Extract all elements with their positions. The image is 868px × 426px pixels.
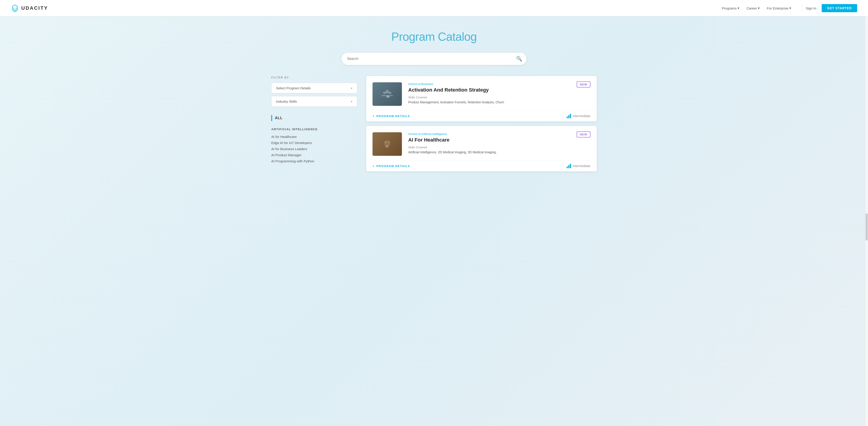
thumbnail-business-svg: ⛰ xyxy=(380,88,394,100)
card-footer-activation: + PROGRAM DETAILS Intermediate xyxy=(366,110,597,121)
svg-point-7 xyxy=(385,141,386,143)
svg-point-8 xyxy=(388,141,390,143)
programs-chevron-icon: ▾ xyxy=(738,6,739,10)
select-program-dropdown[interactable]: Select Program Details ▾ xyxy=(271,83,357,93)
level-indicator-ai-healthcare: Intermediate xyxy=(567,164,590,168)
card-thumbnail-activation: ⛰ xyxy=(373,82,402,106)
content-layout: FILTER BY Select Program Details ▾ Indus… xyxy=(271,76,597,172)
sidebar-item-edge-ai[interactable]: Edge AI for IoT Developers xyxy=(271,140,357,146)
enterprise-chevron-icon: ▾ xyxy=(789,6,791,10)
scrollbar-area[interactable] xyxy=(865,0,868,426)
sidebar-category-ai: ARTIFICIAL INTELLIGENCE AI for Healthcar… xyxy=(271,127,357,164)
card-info-activation: School of Business Activation And Retent… xyxy=(408,82,570,105)
nav-all[interactable]: ALL xyxy=(271,113,357,123)
search-input[interactable] xyxy=(341,53,527,65)
logo-text: UDACITY xyxy=(21,5,48,11)
card-school-ai-healthcare: School of Artificial Intelligence xyxy=(408,132,570,136)
card-footer-ai-healthcare: + PROGRAM DETAILS Intermediate xyxy=(366,160,597,172)
program-card-ai-healthcare: ⛰ School of Artificial Intelligence AI F… xyxy=(366,126,597,172)
nav-all-bar xyxy=(271,115,272,121)
badge-new-ai-healthcare: NEW xyxy=(577,131,590,138)
plus-icon-activation: + xyxy=(373,114,375,118)
card-skills-label-activation: Skills Covered xyxy=(408,96,570,99)
get-started-button[interactable]: GET STARTED xyxy=(822,4,857,12)
career-nav-link[interactable]: Career ▾ xyxy=(747,6,760,10)
program-card-activation: ⛰ School of Business Activation And Rete… xyxy=(366,76,597,121)
nav-right: Sign In GET STARTED xyxy=(806,4,857,12)
search-button[interactable]: 🔍 xyxy=(516,56,522,62)
thumbnail-business-img: ⛰ xyxy=(373,82,402,106)
nav-links: Programs ▾ Career ▾ For Enterprise ▾ xyxy=(722,6,791,10)
card-thumbnail-ai-healthcare: ⛰ xyxy=(373,132,402,156)
card-badge-activation: NEW xyxy=(577,82,590,86)
select-program-chevron-icon: ▾ xyxy=(351,86,352,90)
thumbnail-ai-svg: ⛰ xyxy=(380,139,394,150)
svg-text:⛰: ⛰ xyxy=(386,94,390,98)
filter-label: FILTER BY xyxy=(271,76,357,79)
enterprise-nav-link[interactable]: For Enterprise ▾ xyxy=(767,6,791,10)
sidebar-item-ai-python[interactable]: AI Programming with Python xyxy=(271,158,357,164)
card-top-ai-healthcare: ⛰ School of Artificial Intelligence AI F… xyxy=(366,126,597,160)
bar-chart-icon-activation xyxy=(567,114,571,118)
card-title-ai-healthcare: AI For Healthcare xyxy=(408,137,570,143)
page-title: Program Catalog xyxy=(11,30,857,43)
logo-area[interactable]: UDACITY xyxy=(11,4,48,12)
nav-divider xyxy=(802,4,802,12)
card-badge-ai-healthcare: NEW xyxy=(577,132,590,136)
card-top-activation: ⛰ School of Business Activation And Rete… xyxy=(366,76,597,110)
navbar: UDACITY Programs ▾ Career ▾ For Enterpri… xyxy=(0,0,868,16)
svg-point-3 xyxy=(383,92,386,94)
card-skills-label-ai-healthcare: Skills Covered xyxy=(408,146,570,149)
level-indicator-activation: Intermediate xyxy=(567,114,590,118)
sidebar-item-ai-business[interactable]: AI for Business Leaders xyxy=(271,146,357,152)
udacity-logo-icon xyxy=(11,4,19,12)
main-content: Program Catalog 🔍 FILTER BY Select Progr… xyxy=(0,16,868,182)
category-title-ai: ARTIFICIAL INTELLIGENCE xyxy=(271,127,357,131)
badge-new-activation: NEW xyxy=(577,82,590,88)
svg-text:⛰: ⛰ xyxy=(385,145,389,148)
bar-chart-icon-ai-healthcare xyxy=(567,164,571,168)
card-skills-ai-healthcare: Artificial Intelligence, 2D Medical Imag… xyxy=(408,150,570,155)
sidebar-item-ai-product-manager[interactable]: AI Product Manager xyxy=(271,152,357,158)
sidebar-nav: ALL ARTIFICIAL INTELLIGENCE AI for Healt… xyxy=(271,113,357,164)
industry-skills-dropdown[interactable]: Industry Skills ▾ xyxy=(271,96,357,107)
sidebar-item-ai-healthcare[interactable]: AI for Healthcare xyxy=(271,134,357,140)
plus-icon-ai-healthcare: + xyxy=(373,164,375,168)
industry-skills-chevron-icon: ▾ xyxy=(351,100,352,103)
search-container: 🔍 xyxy=(341,53,527,65)
catalog-list: ⛰ School of Business Activation And Rete… xyxy=(366,76,597,172)
card-title-activation: Activation And Retention Strategy xyxy=(408,87,570,93)
program-details-button-activation[interactable]: + PROGRAM DETAILS xyxy=(373,114,410,118)
thumbnail-ai-img: ⛰ xyxy=(373,132,402,156)
scrollbar-thumb[interactable] xyxy=(866,213,868,241)
career-chevron-icon: ▾ xyxy=(758,6,760,10)
sign-in-button[interactable]: Sign In xyxy=(806,6,816,10)
programs-nav-link[interactable]: Programs ▾ xyxy=(722,6,739,10)
card-info-ai-healthcare: School of Artificial Intelligence AI For… xyxy=(408,132,570,155)
program-details-button-ai-healthcare[interactable]: + PROGRAM DETAILS xyxy=(373,164,410,168)
search-icon: 🔍 xyxy=(516,56,522,61)
card-skills-activation: Product Management, Activation Funnels, … xyxy=(408,100,570,105)
card-school-activation: School of Business xyxy=(408,82,570,86)
sidebar: FILTER BY Select Program Details ▾ Indus… xyxy=(271,76,357,172)
svg-point-2 xyxy=(385,90,389,93)
